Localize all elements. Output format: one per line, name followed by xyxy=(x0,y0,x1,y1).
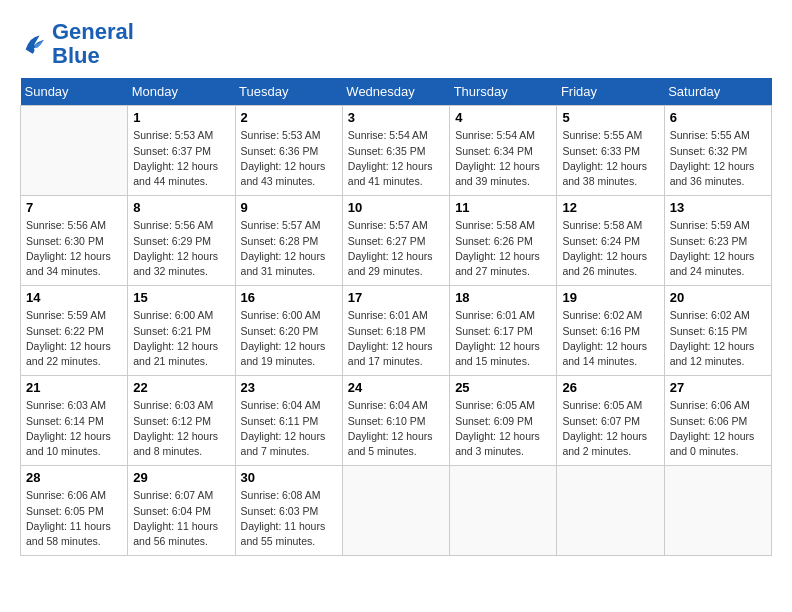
calendar-day-cell: 13Sunrise: 5:59 AMSunset: 6:23 PMDayligh… xyxy=(664,196,771,286)
calendar-day-cell: 10Sunrise: 5:57 AMSunset: 6:27 PMDayligh… xyxy=(342,196,449,286)
day-info: Sunrise: 6:00 AMSunset: 6:21 PMDaylight:… xyxy=(133,308,229,369)
day-info: Sunrise: 5:57 AMSunset: 6:28 PMDaylight:… xyxy=(241,218,337,279)
calendar-day-cell: 20Sunrise: 6:02 AMSunset: 6:15 PMDayligh… xyxy=(664,286,771,376)
weekday-header-sunday: Sunday xyxy=(21,78,128,106)
day-number: 5 xyxy=(562,110,658,125)
calendar-day-cell: 6Sunrise: 5:55 AMSunset: 6:32 PMDaylight… xyxy=(664,106,771,196)
calendar-day-cell: 5Sunrise: 5:55 AMSunset: 6:33 PMDaylight… xyxy=(557,106,664,196)
calendar-header-row: SundayMondayTuesdayWednesdayThursdayFrid… xyxy=(21,78,772,106)
calendar-day-cell: 17Sunrise: 6:01 AMSunset: 6:18 PMDayligh… xyxy=(342,286,449,376)
calendar-empty-cell xyxy=(342,466,449,556)
day-number: 7 xyxy=(26,200,122,215)
weekday-header-friday: Friday xyxy=(557,78,664,106)
day-info: Sunrise: 5:58 AMSunset: 6:26 PMDaylight:… xyxy=(455,218,551,279)
day-info: Sunrise: 6:05 AMSunset: 6:07 PMDaylight:… xyxy=(562,398,658,459)
calendar-day-cell: 16Sunrise: 6:00 AMSunset: 6:20 PMDayligh… xyxy=(235,286,342,376)
day-info: Sunrise: 6:06 AMSunset: 6:05 PMDaylight:… xyxy=(26,488,122,549)
calendar-day-cell: 24Sunrise: 6:04 AMSunset: 6:10 PMDayligh… xyxy=(342,376,449,466)
calendar-day-cell: 7Sunrise: 5:56 AMSunset: 6:30 PMDaylight… xyxy=(21,196,128,286)
weekday-header-wednesday: Wednesday xyxy=(342,78,449,106)
day-number: 25 xyxy=(455,380,551,395)
day-info: Sunrise: 6:05 AMSunset: 6:09 PMDaylight:… xyxy=(455,398,551,459)
day-info: Sunrise: 5:53 AMSunset: 6:37 PMDaylight:… xyxy=(133,128,229,189)
day-info: Sunrise: 6:00 AMSunset: 6:20 PMDaylight:… xyxy=(241,308,337,369)
day-number: 17 xyxy=(348,290,444,305)
header: General Blue xyxy=(20,20,772,68)
calendar-week-row: 7Sunrise: 5:56 AMSunset: 6:30 PMDaylight… xyxy=(21,196,772,286)
calendar-day-cell: 11Sunrise: 5:58 AMSunset: 6:26 PMDayligh… xyxy=(450,196,557,286)
day-number: 15 xyxy=(133,290,229,305)
day-info: Sunrise: 6:01 AMSunset: 6:17 PMDaylight:… xyxy=(455,308,551,369)
calendar-day-cell: 9Sunrise: 5:57 AMSunset: 6:28 PMDaylight… xyxy=(235,196,342,286)
calendar-week-row: 21Sunrise: 6:03 AMSunset: 6:14 PMDayligh… xyxy=(21,376,772,466)
weekday-header-saturday: Saturday xyxy=(664,78,771,106)
day-number: 18 xyxy=(455,290,551,305)
day-number: 8 xyxy=(133,200,229,215)
calendar-day-cell: 14Sunrise: 5:59 AMSunset: 6:22 PMDayligh… xyxy=(21,286,128,376)
day-number: 10 xyxy=(348,200,444,215)
day-info: Sunrise: 5:54 AMSunset: 6:35 PMDaylight:… xyxy=(348,128,444,189)
day-number: 9 xyxy=(241,200,337,215)
weekday-header-thursday: Thursday xyxy=(450,78,557,106)
day-info: Sunrise: 6:06 AMSunset: 6:06 PMDaylight:… xyxy=(670,398,766,459)
day-number: 26 xyxy=(562,380,658,395)
day-info: Sunrise: 5:59 AMSunset: 6:23 PMDaylight:… xyxy=(670,218,766,279)
calendar-empty-cell xyxy=(557,466,664,556)
day-info: Sunrise: 6:03 AMSunset: 6:14 PMDaylight:… xyxy=(26,398,122,459)
day-number: 24 xyxy=(348,380,444,395)
calendar-day-cell: 30Sunrise: 6:08 AMSunset: 6:03 PMDayligh… xyxy=(235,466,342,556)
day-info: Sunrise: 5:55 AMSunset: 6:33 PMDaylight:… xyxy=(562,128,658,189)
calendar-day-cell: 25Sunrise: 6:05 AMSunset: 6:09 PMDayligh… xyxy=(450,376,557,466)
calendar-day-cell: 15Sunrise: 6:00 AMSunset: 6:21 PMDayligh… xyxy=(128,286,235,376)
calendar-day-cell: 8Sunrise: 5:56 AMSunset: 6:29 PMDaylight… xyxy=(128,196,235,286)
day-number: 3 xyxy=(348,110,444,125)
calendar-week-row: 14Sunrise: 5:59 AMSunset: 6:22 PMDayligh… xyxy=(21,286,772,376)
calendar-day-cell: 22Sunrise: 6:03 AMSunset: 6:12 PMDayligh… xyxy=(128,376,235,466)
day-number: 4 xyxy=(455,110,551,125)
day-number: 1 xyxy=(133,110,229,125)
logo-bird-icon xyxy=(20,30,48,58)
day-number: 13 xyxy=(670,200,766,215)
calendar-day-cell: 26Sunrise: 6:05 AMSunset: 6:07 PMDayligh… xyxy=(557,376,664,466)
calendar-day-cell: 21Sunrise: 6:03 AMSunset: 6:14 PMDayligh… xyxy=(21,376,128,466)
calendar-day-cell: 4Sunrise: 5:54 AMSunset: 6:34 PMDaylight… xyxy=(450,106,557,196)
day-number: 11 xyxy=(455,200,551,215)
calendar-day-cell: 3Sunrise: 5:54 AMSunset: 6:35 PMDaylight… xyxy=(342,106,449,196)
calendar-empty-cell xyxy=(450,466,557,556)
day-info: Sunrise: 5:57 AMSunset: 6:27 PMDaylight:… xyxy=(348,218,444,279)
day-info: Sunrise: 6:07 AMSunset: 6:04 PMDaylight:… xyxy=(133,488,229,549)
day-number: 23 xyxy=(241,380,337,395)
calendar-day-cell: 28Sunrise: 6:06 AMSunset: 6:05 PMDayligh… xyxy=(21,466,128,556)
day-number: 20 xyxy=(670,290,766,305)
day-info: Sunrise: 6:02 AMSunset: 6:16 PMDaylight:… xyxy=(562,308,658,369)
day-info: Sunrise: 6:04 AMSunset: 6:10 PMDaylight:… xyxy=(348,398,444,459)
day-info: Sunrise: 5:56 AMSunset: 6:29 PMDaylight:… xyxy=(133,218,229,279)
calendar-day-cell: 2Sunrise: 5:53 AMSunset: 6:36 PMDaylight… xyxy=(235,106,342,196)
day-info: Sunrise: 5:59 AMSunset: 6:22 PMDaylight:… xyxy=(26,308,122,369)
calendar-day-cell: 29Sunrise: 6:07 AMSunset: 6:04 PMDayligh… xyxy=(128,466,235,556)
day-number: 6 xyxy=(670,110,766,125)
calendar-week-row: 1Sunrise: 5:53 AMSunset: 6:37 PMDaylight… xyxy=(21,106,772,196)
day-info: Sunrise: 6:04 AMSunset: 6:11 PMDaylight:… xyxy=(241,398,337,459)
calendar-day-cell: 12Sunrise: 5:58 AMSunset: 6:24 PMDayligh… xyxy=(557,196,664,286)
calendar-week-row: 28Sunrise: 6:06 AMSunset: 6:05 PMDayligh… xyxy=(21,466,772,556)
day-number: 21 xyxy=(26,380,122,395)
calendar-empty-cell xyxy=(664,466,771,556)
calendar-day-cell: 1Sunrise: 5:53 AMSunset: 6:37 PMDaylight… xyxy=(128,106,235,196)
weekday-header-monday: Monday xyxy=(128,78,235,106)
weekday-header-tuesday: Tuesday xyxy=(235,78,342,106)
day-number: 22 xyxy=(133,380,229,395)
day-info: Sunrise: 5:56 AMSunset: 6:30 PMDaylight:… xyxy=(26,218,122,279)
day-number: 27 xyxy=(670,380,766,395)
calendar-day-cell: 27Sunrise: 6:06 AMSunset: 6:06 PMDayligh… xyxy=(664,376,771,466)
logo: General Blue xyxy=(20,20,134,68)
logo-text: General Blue xyxy=(52,20,134,68)
day-number: 29 xyxy=(133,470,229,485)
day-number: 19 xyxy=(562,290,658,305)
day-number: 28 xyxy=(26,470,122,485)
calendar-day-cell: 18Sunrise: 6:01 AMSunset: 6:17 PMDayligh… xyxy=(450,286,557,376)
day-number: 14 xyxy=(26,290,122,305)
day-info: Sunrise: 5:55 AMSunset: 6:32 PMDaylight:… xyxy=(670,128,766,189)
day-info: Sunrise: 5:54 AMSunset: 6:34 PMDaylight:… xyxy=(455,128,551,189)
calendar-table: SundayMondayTuesdayWednesdayThursdayFrid… xyxy=(20,78,772,556)
